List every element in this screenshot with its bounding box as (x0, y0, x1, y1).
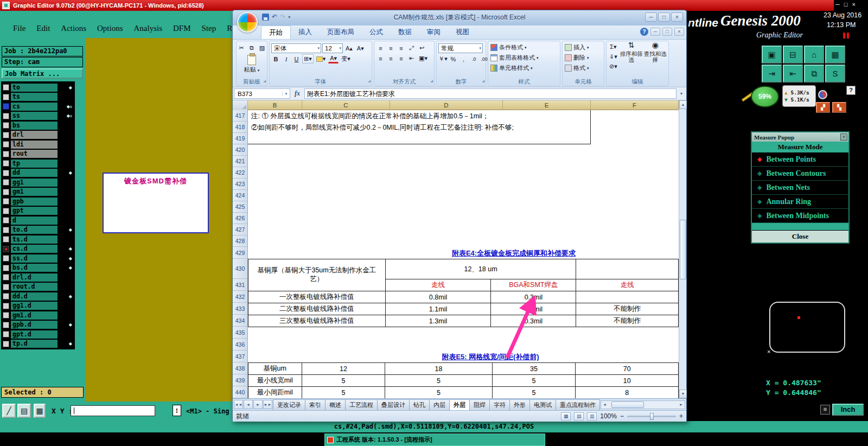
page-break-view-icon[interactable]: ▥ (587, 412, 597, 420)
table-cell[interactable]: 1.1mil (385, 303, 491, 315)
fill-icon[interactable]: ⇓▾ (608, 52, 619, 61)
cell-styles-button[interactable]: 单元格样式▾ (489, 63, 559, 73)
layer-checkbox[interactable] (3, 113, 9, 119)
format-as-table-button[interactable]: 套用表格格式▾ (489, 53, 559, 63)
row-header-431[interactable]: 431 (233, 279, 247, 291)
row-header-428[interactable]: 428 (233, 235, 247, 247)
layer-checkbox[interactable] (3, 293, 9, 300)
layer-checkbox[interactable] (3, 103, 9, 110)
cut-icon[interactable]: ✂ (237, 43, 246, 53)
layer-row-gm1.d[interactable]: gm1.d (2, 311, 74, 320)
ribbon-tab-1[interactable]: 开始 (261, 26, 291, 39)
fx-icon[interactable]: fx (291, 90, 303, 98)
group-label-font[interactable]: 字体◢ (270, 78, 372, 86)
layer-checkbox[interactable] (3, 160, 9, 167)
draw-line-tool-icon[interactable]: ╱ (2, 404, 16, 418)
wrap-text-icon[interactable]: ↩ (417, 43, 426, 53)
layer-checkbox[interactable] (3, 265, 9, 271)
measure-close-button[interactable]: Close (752, 230, 848, 243)
page-layout-view-icon[interactable]: ▤ (574, 412, 584, 420)
normal-view-icon[interactable]: ▦ (561, 412, 571, 420)
layer-checkbox[interactable] (3, 227, 9, 233)
next-sheet-icon[interactable]: ► (253, 400, 263, 409)
orientation-icon[interactable]: ⤢ (407, 43, 416, 53)
column-header-F[interactable]: F (591, 100, 679, 110)
layer-checkbox[interactable] (3, 208, 9, 214)
ribbon-tab-3[interactable]: 页面布局 (320, 26, 362, 39)
layer-row-gpb.d[interactable]: gpb.d◆ (2, 321, 74, 330)
layer-row-cs.d[interactable]: ●cs.d◆ (2, 245, 74, 254)
align-right-icon[interactable]: ≡ (397, 54, 406, 63)
sheet-tab-5[interactable]: 叠层设计 (377, 399, 410, 410)
monitor-icon[interactable]: ⊟ (783, 46, 803, 63)
group-label-alignment[interactable]: 对齐方式◢ (374, 78, 434, 86)
row-header-435[interactable]: 435 (233, 327, 247, 339)
table-cell[interactable]: 5 (385, 375, 492, 387)
menu-actions[interactable]: Actions (55, 24, 92, 33)
layer-row-dd.d[interactable]: dd.d◆ (2, 292, 74, 301)
spreadsheet-grid[interactable]: 4174184194204214224234244254264274284294… (233, 110, 679, 398)
autosum-icon[interactable]: Σ▾ (608, 42, 619, 52)
menu-step[interactable]: Step (196, 24, 222, 33)
table-cell[interactable]: 不能制作 (576, 315, 679, 327)
layer-checkbox[interactable] (3, 236, 9, 243)
scroll-up-icon[interactable]: ▲ (679, 100, 687, 109)
profile-icon[interactable]: S (825, 65, 845, 82)
copy-icon[interactable]: ⧉ (247, 43, 257, 53)
layer-row-gm1[interactable]: gm1 (2, 188, 74, 197)
row-header-423[interactable]: 423 (233, 179, 247, 190)
panel-action-button-1[interactable]: ▞ (816, 102, 830, 113)
row-header-426[interactable]: 426 (233, 213, 247, 224)
measure-option-between-contours[interactable]: ◆Between Contours (752, 167, 848, 181)
table-cell[interactable]: 三次整板电镀线路补偿值 (248, 315, 386, 327)
italic-icon[interactable]: I (282, 54, 291, 63)
merge-center-icon[interactable]: ▣▾ (417, 54, 429, 63)
sheet-tab-1[interactable]: 更改记录 (273, 399, 305, 410)
pause-icon[interactable] (843, 33, 849, 39)
row-header-439[interactable]: 439 (233, 374, 247, 386)
measure-popup-titlebar[interactable]: Measure Popup × (752, 132, 848, 142)
measure-option-between-midpoints[interactable]: ◆Between Midpoints (752, 209, 848, 223)
restore-icon[interactable]: □ (658, 12, 670, 22)
sheet-tab-6[interactable]: 钻孔 (409, 399, 430, 410)
zoom-out-icon[interactable]: − (620, 412, 624, 420)
table-cell[interactable]: 5 (385, 387, 492, 399)
zoom-slider-thumb[interactable] (650, 413, 654, 420)
table-cell[interactable]: 5 (492, 387, 576, 399)
table-cell[interactable]: 12、18 um (385, 259, 576, 279)
layer-row-cs[interactable]: cs◆s (2, 102, 74, 111)
board-preview[interactable] (769, 302, 845, 353)
ribbon-tab-4[interactable]: 公式 (362, 26, 391, 39)
table-cell[interactable]: 最小间距mil (248, 387, 302, 399)
row-header-440[interactable]: 440 (233, 386, 247, 398)
layer-row-ss.d[interactable]: ss.d◆ (2, 254, 74, 263)
table-cell[interactable] (576, 291, 679, 303)
target-icon[interactable] (818, 90, 827, 99)
table-cell[interactable]: 5 (302, 375, 385, 387)
bold-icon[interactable]: B (271, 54, 280, 63)
snapshot-icon[interactable]: ▣ (762, 46, 782, 63)
comma-icon[interactable]: , (459, 54, 468, 63)
sheet-tab-3[interactable]: 概述 (325, 399, 346, 410)
sort-filter-button[interactable]: ⇅ 排序和筛选 (620, 42, 643, 77)
layer-checkbox[interactable] (3, 84, 9, 91)
layer-row-rout.d[interactable]: rout.d (2, 283, 74, 292)
layer-row-drl.d[interactable]: drl.d (2, 273, 74, 282)
layer-checkbox[interactable] (3, 274, 9, 281)
table-cell[interactable]: 1.3mil (385, 315, 491, 327)
decrease-indent-icon[interactable]: ⇤ (407, 54, 416, 63)
minimize-icon[interactable]: ─ (645, 12, 657, 22)
sheet-tab-4[interactable]: 工艺流程 (345, 399, 378, 410)
layer-row-dd[interactable]: dd◆ (2, 169, 74, 178)
layer-row-bs.d[interactable]: bs.d◆ (2, 264, 74, 273)
ribbon-tab-5[interactable]: 数据 (391, 26, 419, 39)
row-header-433[interactable]: 433 (233, 303, 247, 315)
percent-icon[interactable]: % (449, 54, 458, 63)
layer-row-gpt.d[interactable]: gpt.d (2, 330, 74, 339)
layer-checkbox[interactable] (3, 179, 9, 186)
borders-icon[interactable]: ⊞▾ (302, 54, 314, 63)
row-header-421[interactable]: 421 (233, 156, 247, 167)
zoom-in-icon[interactable]: + (679, 412, 683, 420)
formula-expand-icon[interactable]: ▾ (678, 91, 685, 96)
help-icon[interactable]: ? (640, 28, 648, 36)
